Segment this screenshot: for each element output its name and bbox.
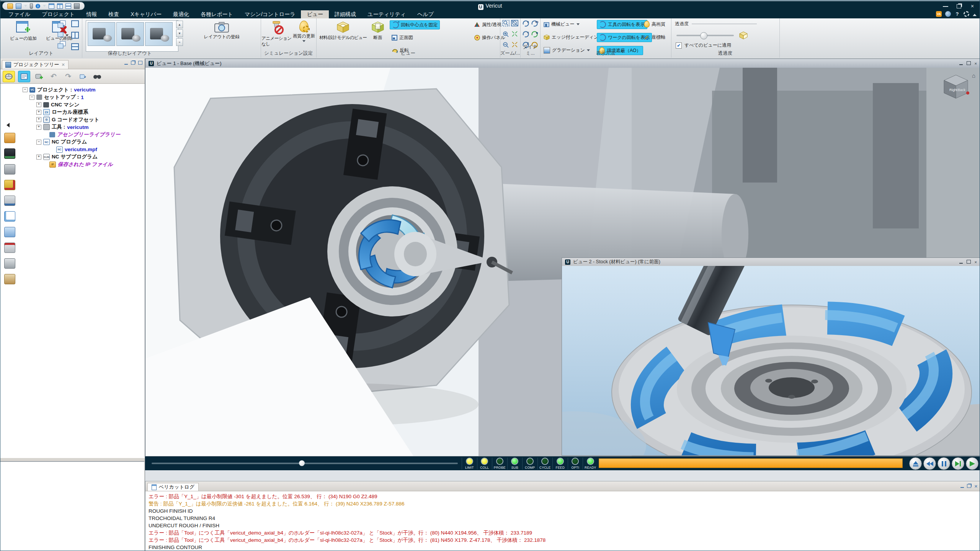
- expander-icon[interactable]: +: [36, 155, 41, 160]
- menu-tab-xcaliper[interactable]: Xキャリパー: [125, 10, 167, 18]
- arrange-views-icons[interactable]: [57, 20, 70, 50]
- section-button[interactable]: 断面: [369, 21, 387, 41]
- minimize-button[interactable]: [943, 3, 948, 7]
- saved-layout-thumb-3[interactable]: [145, 22, 173, 46]
- undo-button[interactable]: ↶: [48, 71, 59, 82]
- tree-item-cnc-machine[interactable]: + CNC マシン: [36, 101, 145, 109]
- tree-item-ip-files[interactable]: IP 保存された IP ファイル: [43, 161, 145, 168]
- add-view-button[interactable]: ビューの追加: [6, 21, 41, 41]
- home-view-icon[interactable]: ⌂: [972, 72, 975, 79]
- pause-button[interactable]: [938, 457, 950, 470]
- tab-close-icon[interactable]: ✕: [61, 62, 65, 67]
- tree-item-gcode-offset[interactable]: + G G コードオフセット: [36, 116, 145, 124]
- expander-icon[interactable]: −: [36, 140, 41, 145]
- quality-update-button[interactable]: 画質の更新: [292, 21, 316, 42]
- menu-tab-project[interactable]: プロジェクト: [36, 10, 80, 18]
- panel-maximize-icon[interactable]: [138, 61, 142, 65]
- saved-layout-thumb-1[interactable]: [88, 22, 115, 46]
- assistant-icon[interactable]: VA: [936, 11, 942, 17]
- log-minimize-icon[interactable]: [960, 484, 964, 488]
- scroll-down-button[interactable]: ▼: [176, 29, 183, 37]
- settings-gear-icon[interactable]: [964, 11, 969, 17]
- tree-item-local-csys[interactable]: + ZX ローカル座標系: [36, 109, 145, 116]
- close-button[interactable]: ×: [970, 3, 975, 9]
- tree-item-nc-subprogram[interactable]: + SUB NC サブプログラム: [36, 153, 145, 161]
- log-float-icon[interactable]: [967, 484, 971, 488]
- menu-tab-inspect[interactable]: 検査: [103, 10, 125, 18]
- panel-float-icon[interactable]: [131, 61, 135, 65]
- menu-tab-configuration[interactable]: 詳細構成: [329, 10, 362, 18]
- tree-collapse-arrow[interactable]: [7, 122, 10, 129]
- transparency-slider-knob[interactable]: [700, 32, 707, 39]
- report-icon[interactable]: [4, 243, 15, 253]
- high-quality-button[interactable]: 高画質: [642, 20, 667, 28]
- export-model-button[interactable]: [77, 71, 88, 82]
- saved-layout-thumb-2[interactable]: [116, 22, 144, 46]
- progress-slider-knob[interactable]: [299, 460, 305, 466]
- view1-restore-icon[interactable]: [967, 61, 971, 65]
- machine-station-icon[interactable]: [4, 164, 15, 174]
- expander-icon[interactable]: +: [36, 102, 41, 107]
- mouse-mode-button[interactable]: [3, 71, 15, 82]
- menu-tab-help[interactable]: ヘルプ: [412, 10, 439, 18]
- no-animation-button[interactable]: アニメーションなし: [261, 21, 292, 47]
- zoom-icons[interactable]: [502, 20, 518, 51]
- log-close-icon[interactable]: ✕: [974, 484, 978, 489]
- tree-item-nc-file[interactable]: NC vericutm.mpf: [50, 146, 145, 153]
- rewind-button[interactable]: [923, 457, 936, 470]
- help-icon[interactable]: ?: [954, 11, 960, 17]
- menu-tab-info[interactable]: 情報: [80, 10, 103, 18]
- restore-button[interactable]: [957, 4, 961, 8]
- layout-presets-icons[interactable]: [71, 20, 79, 51]
- apply-all-checkbox[interactable]: ✔: [676, 42, 682, 49]
- menu-tab-reports[interactable]: 各種レポート: [195, 10, 239, 18]
- view2-title-bar[interactable]: U ビュー 2 - Stock (材料ビュー) (常に前面) ×: [562, 258, 980, 266]
- transparency-cube-icon[interactable]: [739, 31, 748, 39]
- expander-icon[interactable]: +: [36, 110, 41, 115]
- step-button[interactable]: [952, 457, 964, 470]
- menu-tab-utilities[interactable]: ユーティリティ: [362, 10, 412, 18]
- reset-button[interactable]: [909, 457, 922, 470]
- transparency-slider[interactable]: [676, 35, 734, 36]
- view2-minimize-icon[interactable]: [959, 260, 963, 264]
- quality-dropdown-icon[interactable]: [302, 40, 305, 42]
- view-capture-icon[interactable]: [4, 227, 15, 237]
- add-setup-button[interactable]: [33, 71, 45, 82]
- view1-minimize-icon[interactable]: [959, 61, 963, 65]
- expander-icon[interactable]: +: [36, 117, 41, 122]
- axis-strip-icon[interactable]: [4, 211, 15, 222]
- tree-item-project[interactable]: − VC プロジェクト :vericutm: [23, 86, 145, 94]
- expander-icon[interactable]: −: [23, 87, 28, 92]
- log-tab[interactable]: ベリカットログ: [147, 483, 199, 491]
- log-body[interactable]: エラー : 部品「Y_1_」は最小制限値 -301 を超えました。位置 26.5…: [145, 491, 980, 551]
- view2-restore-icon[interactable]: [967, 260, 971, 264]
- view2-viewport[interactable]: [562, 266, 980, 455]
- material-design-view-button[interactable]: 材料/設計モデルのビュー: [318, 21, 368, 41]
- panel-minimize-icon[interactable]: [124, 61, 128, 65]
- tree-item-setup[interactable]: − セットアップ :1: [29, 94, 145, 101]
- menu-tab-view[interactable]: ビュー: [301, 10, 329, 18]
- tree-item-tools[interactable]: + 工具 :vericutm: [36, 124, 145, 131]
- orientation-cube[interactable]: ⌂ Right Back: [942, 73, 970, 102]
- progress-slider[interactable]: [152, 463, 458, 464]
- expander-icon[interactable]: +: [36, 125, 41, 130]
- expander-icon[interactable]: −: [29, 95, 34, 100]
- project-tree-tab[interactable]: プロジェクトツリー ✕: [2, 60, 69, 69]
- play-button[interactable]: [966, 457, 978, 470]
- menu-tab-machine-controller[interactable]: マシン/コントローラ: [239, 10, 301, 18]
- tool-measure-icon[interactable]: [4, 196, 15, 206]
- coord-axes-button[interactable]: 座標軸: [642, 33, 667, 41]
- status-globe-icon[interactable]: [945, 11, 951, 17]
- scroll-more-button[interactable]: »: [176, 38, 183, 46]
- front-view-button[interactable]: 正面図: [390, 33, 415, 42]
- attributes-perspective-button[interactable]: 属性/透視: [472, 20, 503, 29]
- history-clock-icon[interactable]: [4, 274, 15, 284]
- view1-title-bar[interactable]: U ビュー 1 - Base (機械ビュー) ×: [145, 59, 980, 68]
- collision-check-icon[interactable]: [4, 180, 15, 190]
- menu-tab-file[interactable]: ファイル: [3, 10, 36, 18]
- view1-close-icon[interactable]: ×: [975, 61, 977, 66]
- fix-rotation-center-button[interactable]: + 回転中心点を固定: [390, 20, 440, 29]
- register-layout-button[interactable]: レイアウトの登録: [197, 21, 247, 40]
- menu-tab-optimize[interactable]: 最適化: [167, 10, 195, 18]
- tree-detail-button[interactable]: [18, 71, 30, 82]
